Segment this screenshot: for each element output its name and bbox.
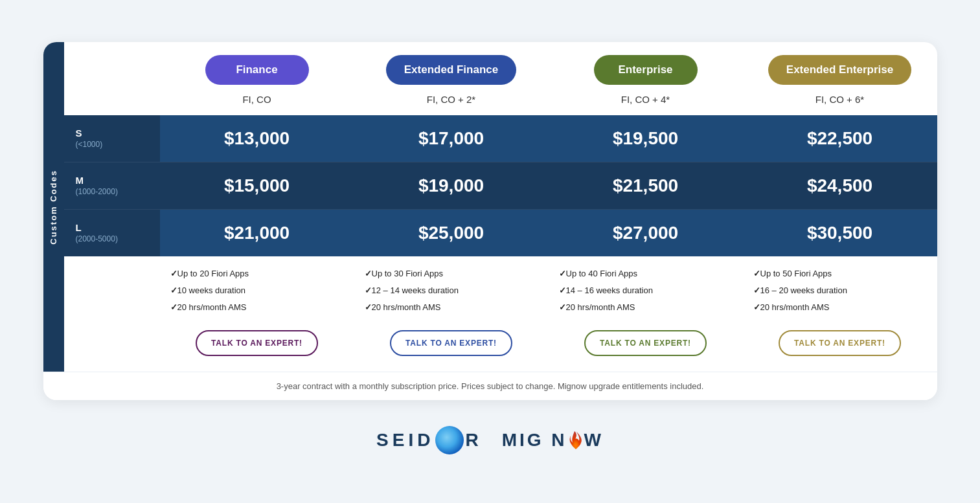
price-finance-s: $13,000 <box>160 115 354 162</box>
seidor-text-2: R <box>465 430 482 451</box>
row-range-s: (<1000) <box>76 140 148 149</box>
plan-pill-extended-enterprise: Extended Enterprise <box>768 55 911 85</box>
col-header-extended-finance: Extended FinanceFI, CO + 2* <box>354 42 549 115</box>
talk-to-expert-extended-enterprise-button[interactable]: TALK TO AN EXPERT! <box>779 330 901 356</box>
feature-item: ✓10 weeks duration <box>170 285 344 296</box>
price-extended-finance-s: $17,000 <box>354 115 549 162</box>
features-col-enterprise: ✓Up to 40 Fiori Apps✓14 – 16 weeks durat… <box>549 256 743 326</box>
row-size-l: L <box>76 222 148 233</box>
features-col-extended-finance: ✓Up to 30 Fiori Apps✓12 – 14 weeks durat… <box>354 256 549 326</box>
seidor-text-1: SEID <box>376 430 434 451</box>
price-row-s: S(<1000)$13,000$17,000$19,500$22,500 <box>64 115 937 162</box>
price-finance-m: $15,000 <box>160 162 354 209</box>
features-col-finance: ✓Up to 20 Fiori Apps✓10 weeks duration✓2… <box>160 256 354 326</box>
cta-row: TALK TO AN EXPERT!TALK TO AN EXPERT!TALK… <box>64 325 937 372</box>
check-icon: ✓ <box>170 302 177 312</box>
check-icon: ✓ <box>365 285 372 295</box>
price-enterprise-l: $27,000 <box>549 210 743 256</box>
price-row-l: L(2000-5000)$21,000$25,000$27,000$30,500 <box>64 210 937 256</box>
check-icon: ✓ <box>170 269 177 278</box>
price-extended-enterprise-m: $24,500 <box>743 162 937 209</box>
talk-to-expert-enterprise-button[interactable]: TALK TO AN EXPERT! <box>584 330 707 356</box>
check-icon: ✓ <box>365 302 372 312</box>
check-icon: ✓ <box>753 269 760 278</box>
feature-item: ✓14 – 16 weeks duration <box>559 285 733 296</box>
check-icon: ✓ <box>170 285 177 295</box>
row-size-m: M <box>76 175 148 186</box>
plan-pill-extended-finance: Extended Finance <box>386 55 516 85</box>
row-range-m: (1000-2000) <box>76 187 148 196</box>
price-rows-section: S(<1000)$13,000$17,000$19,500$22,500M(10… <box>64 115 937 256</box>
check-icon: ✓ <box>753 285 760 295</box>
disclaimer-text: 3-year contract with a monthly subscript… <box>43 372 937 400</box>
row-size-s: S <box>76 128 148 139</box>
feature-item: ✓20 hrs/month AMS <box>365 302 538 313</box>
feature-item: ✓16 – 20 weeks duration <box>753 285 927 296</box>
mignow-text-end: W <box>584 430 604 451</box>
cta-col-enterprise: TALK TO AN EXPERT! <box>549 325 743 372</box>
price-enterprise-s: $19,500 <box>549 115 743 162</box>
cta-col-extended-finance: TALK TO AN EXPERT! <box>354 325 549 372</box>
feature-item: ✓Up to 50 Fiori Apps <box>753 268 927 280</box>
check-icon: ✓ <box>559 269 566 278</box>
row-label-s: S(<1000) <box>64 115 160 162</box>
feature-item: ✓20 hrs/month AMS <box>753 302 927 313</box>
cta-col-finance: TALK TO AN EXPERT! <box>160 325 354 372</box>
row-range-l: (2000-5000) <box>76 234 148 243</box>
plan-pill-finance: Finance <box>205 55 309 85</box>
logo-row: SEID R MIG N W <box>43 408 937 461</box>
feature-item: ✓20 hrs/month AMS <box>170 302 344 313</box>
feature-item: ✓Up to 20 Fiori Apps <box>170 268 344 280</box>
seidor-logo: SEID R <box>376 426 483 454</box>
row-label-l: L(2000-5000) <box>64 210 160 256</box>
features-row: ✓Up to 20 Fiori Apps✓10 weeks duration✓2… <box>64 256 937 326</box>
check-icon: ✓ <box>559 285 566 295</box>
price-extended-enterprise-s: $22,500 <box>743 115 937 162</box>
seidor-orb-icon <box>435 426 464 454</box>
price-finance-l: $21,000 <box>160 210 354 256</box>
svg-point-0 <box>573 443 578 447</box>
cta-col-extended-enterprise: TALK TO AN EXPERT! <box>743 325 937 372</box>
mignow-logo: MIG N W <box>502 430 604 451</box>
talk-to-expert-finance-button[interactable]: TALK TO AN EXPERT! <box>196 330 318 356</box>
row-label-m: M(1000-2000) <box>64 162 160 209</box>
talk-to-expert-extended-finance-button[interactable]: TALK TO AN EXPERT! <box>390 330 512 356</box>
plan-pill-enterprise: Enterprise <box>594 55 698 85</box>
plan-subtitle-finance: FI, CO <box>236 85 277 109</box>
price-row-m: M(1000-2000)$15,000$19,000$21,500$24,500 <box>64 162 937 210</box>
mignow-text: MIG N <box>502 430 567 451</box>
feature-item: ✓Up to 30 Fiori Apps <box>365 268 538 280</box>
feature-item: ✓12 – 14 weeks duration <box>365 285 538 296</box>
column-headers: FinanceFI, COExtended FinanceFI, CO + 2*… <box>64 42 937 115</box>
price-extended-finance-l: $25,000 <box>354 210 549 256</box>
plan-subtitle-extended-finance: FI, CO + 2* <box>420 85 482 109</box>
feature-item: ✓20 hrs/month AMS <box>559 302 733 313</box>
check-icon: ✓ <box>753 302 760 312</box>
col-header-enterprise: EnterpriseFI, CO + 4* <box>549 42 743 115</box>
feature-item: ✓Up to 40 Fiori Apps <box>559 268 733 280</box>
plan-subtitle-extended-enterprise: FI, CO + 6* <box>809 85 871 109</box>
check-icon: ✓ <box>365 269 372 278</box>
price-extended-finance-m: $19,000 <box>354 162 549 209</box>
mignow-flame-icon <box>569 430 583 451</box>
col-header-extended-enterprise: Extended EnterpriseFI, CO + 6* <box>743 42 937 115</box>
col-header-finance: FinanceFI, CO <box>160 42 354 115</box>
features-col-extended-enterprise: ✓Up to 50 Fiori Apps✓16 – 20 weeks durat… <box>743 256 937 326</box>
check-icon: ✓ <box>559 302 566 312</box>
side-label-bar: Custom Codes <box>43 42 64 372</box>
plan-subtitle-enterprise: FI, CO + 4* <box>615 85 676 109</box>
price-enterprise-m: $21,500 <box>549 162 743 209</box>
custom-codes-label: Custom Codes <box>49 170 58 245</box>
price-extended-enterprise-l: $30,500 <box>743 210 937 256</box>
